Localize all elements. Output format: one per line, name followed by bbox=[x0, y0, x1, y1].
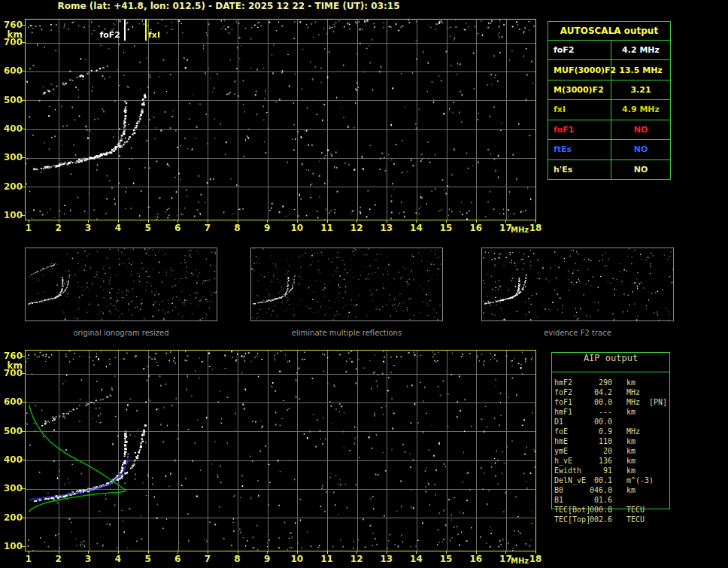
y-tick-label: 700 bbox=[0, 37, 23, 47]
aip-param-label: hmF1 bbox=[554, 408, 572, 416]
aip-param-unit: MHz bbox=[626, 398, 640, 406]
aip-param-label: hmF2 bbox=[554, 378, 572, 387]
y-tick-label: 100 bbox=[0, 541, 23, 551]
aip-param-unit: km bbox=[626, 437, 635, 445]
autoscala-row: fxI4.9 MHz bbox=[548, 100, 670, 120]
aip-param-value: 000.8 bbox=[590, 506, 612, 514]
x-tick-mark bbox=[59, 551, 59, 554]
x-tick-mark bbox=[238, 551, 238, 554]
aip-param-label: foF1 bbox=[554, 398, 572, 406]
x-tick-mark bbox=[535, 220, 536, 223]
x-tick-mark bbox=[29, 220, 29, 223]
x-tick-label: 4 bbox=[109, 223, 127, 233]
aip-row: foF204.2MHz bbox=[552, 388, 669, 398]
x-tick-label: 16 bbox=[467, 554, 485, 564]
x-tick-mark bbox=[238, 220, 238, 223]
autoscala-param-label: M(3000)F2 bbox=[548, 80, 611, 99]
aip-param-label: h_vE bbox=[554, 457, 572, 465]
page-title: Rome (lat: +41.8, lon: 012.5) - DATE: 20… bbox=[0, 1, 457, 11]
y-tick-label: 600 bbox=[0, 65, 23, 76]
x-tick-label: 7 bbox=[199, 223, 217, 233]
x-tick-label: 12 bbox=[347, 223, 366, 233]
aip-row: TEC[Top]002.6TECU bbox=[552, 515, 669, 525]
aip-param-value: 00.1 bbox=[594, 476, 612, 484]
y-tick-label: 500 bbox=[0, 95, 23, 105]
aip-param-label: B1 bbox=[554, 496, 563, 504]
x-tick-mark bbox=[387, 551, 387, 554]
aip-param-label: D1 bbox=[554, 418, 563, 426]
y-tick-label: 760 bbox=[0, 20, 23, 30]
aip-param-unit: km bbox=[626, 486, 635, 494]
aip-param-unit: km bbox=[626, 447, 635, 455]
x-tick-label: 5 bbox=[139, 223, 157, 233]
x-tick-mark bbox=[416, 551, 417, 554]
autoscala-table-rows: foF24.2 MHzMUF(3000)F213.5 MHzM(3000)F23… bbox=[548, 41, 670, 179]
y-tick-label: 760 bbox=[0, 351, 23, 361]
y-tick-label: 300 bbox=[0, 152, 23, 163]
autoscala-row: foF1NO bbox=[548, 120, 670, 140]
x-tick-label: 13 bbox=[378, 554, 396, 564]
thumbnail-evidence-caption: evidence F2 trace bbox=[481, 329, 674, 337]
y-tick-mark bbox=[22, 100, 25, 101]
y-tick-label: 500 bbox=[0, 426, 23, 436]
y-tick-mark bbox=[22, 431, 25, 432]
thumbnail-eliminate-canvas bbox=[251, 248, 442, 320]
x-tick-label: 14 bbox=[407, 554, 425, 564]
y-tick-label: 200 bbox=[0, 181, 23, 192]
x-tick-label: 11 bbox=[318, 223, 336, 233]
autoscala-param-value: NO bbox=[611, 140, 670, 159]
aip-row: ymE20km bbox=[552, 447, 669, 457]
x-tick-label: 3 bbox=[79, 554, 97, 564]
aip-param-label: foE bbox=[554, 427, 568, 436]
y-tick-mark bbox=[22, 71, 25, 71]
y-tick-label: 700 bbox=[0, 368, 23, 378]
aip-param-value: 136 bbox=[599, 457, 612, 465]
y-tick-mark bbox=[22, 25, 25, 26]
autoscala-row: MUF(3000)F213.5 MHz bbox=[548, 60, 670, 80]
x-tick-mark bbox=[476, 220, 477, 223]
autoscala-row: ftEsNO bbox=[548, 140, 670, 159]
x-tick-mark bbox=[88, 220, 89, 223]
x-tick-mark bbox=[29, 551, 29, 554]
aip-param-note: [PN] bbox=[649, 398, 667, 406]
ionogram-plot-bottom bbox=[25, 350, 536, 551]
x-tick-mark bbox=[297, 220, 298, 223]
aip-param-value: 00.0 bbox=[594, 418, 612, 426]
x-tick-mark bbox=[177, 220, 178, 223]
aip-row: TEC[Bot]000.8TECU bbox=[552, 506, 669, 515]
x-tick-label: 12 bbox=[347, 554, 366, 564]
aip-param-label: B0 bbox=[554, 486, 563, 494]
aip-row: foE0.9MHz bbox=[552, 427, 669, 437]
y-tick-label: 600 bbox=[0, 396, 23, 407]
x-tick-label: 6 bbox=[168, 223, 187, 233]
thumbnail-original-ionogram bbox=[25, 248, 217, 321]
aip-param-unit: km bbox=[626, 457, 635, 465]
x-tick-mark bbox=[535, 551, 536, 554]
x-tick-label: 10 bbox=[288, 223, 306, 233]
y-tick-mark bbox=[22, 402, 25, 402]
x-tick-label: 10 bbox=[288, 554, 306, 564]
aip-row: B0046.0km bbox=[552, 486, 669, 496]
aip-param-unit: MHz bbox=[626, 388, 640, 396]
aip-row: hmE110km bbox=[552, 437, 669, 447]
autoscala-param-value: 3.21 bbox=[611, 80, 670, 99]
aip-param-unit: TECU bbox=[626, 506, 645, 514]
aip-param-label: Ewidth bbox=[554, 466, 581, 475]
x-tick-label: 16 bbox=[467, 223, 485, 233]
x-tick-label: 2 bbox=[50, 554, 68, 564]
aip-param-unit: m^(-3) bbox=[626, 476, 654, 484]
autoscala-row: foF24.2 MHz bbox=[548, 41, 670, 60]
x-tick-mark bbox=[356, 551, 357, 554]
x-tick-label: 13 bbox=[378, 223, 396, 233]
aip-param-unit: km bbox=[626, 378, 635, 387]
y-tick-label: 400 bbox=[0, 123, 23, 134]
autoscala-param-label: ftEs bbox=[548, 140, 611, 159]
x-tick-mark bbox=[505, 551, 506, 554]
aip-param-label: hmE bbox=[554, 437, 568, 445]
fxi-marker-label: fxI bbox=[148, 30, 160, 40]
autoscala-window: Rome (lat: +41.8, lon: 012.5) - DATE: 20… bbox=[0, 0, 728, 568]
x-tick-mark bbox=[476, 551, 477, 554]
x-tick-mark bbox=[177, 551, 178, 554]
y-tick-mark bbox=[22, 157, 25, 158]
aip-param-value: 00.0 bbox=[594, 398, 612, 406]
